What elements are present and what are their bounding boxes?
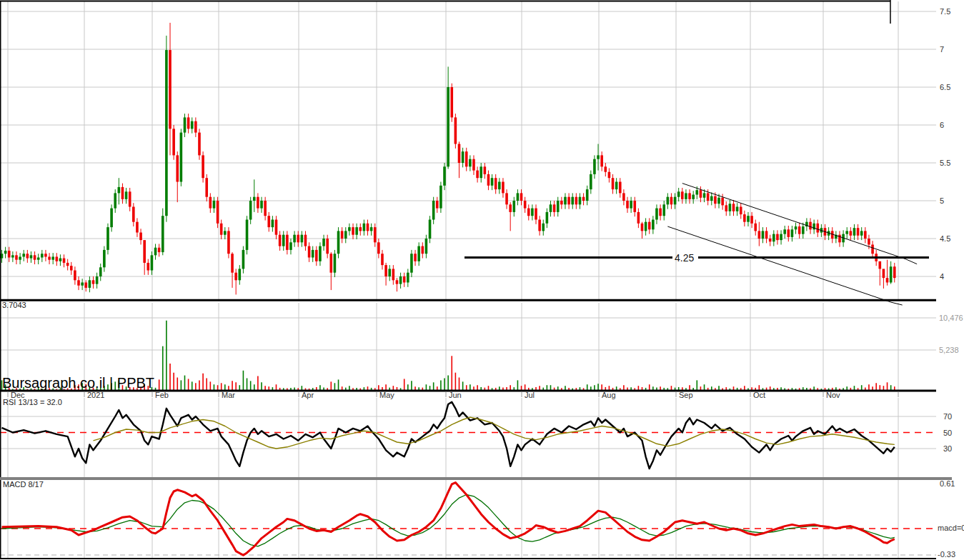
price-tick-label: 6.5 bbox=[940, 83, 950, 91]
rsi-tick-label: 30 bbox=[943, 444, 952, 453]
month-label: Jul bbox=[525, 391, 535, 399]
price-tick-label: 5 bbox=[940, 196, 944, 205]
rsi-line bbox=[2, 402, 895, 469]
month-label: Oct bbox=[753, 391, 765, 399]
price-tick-label: 4.5 bbox=[940, 234, 950, 243]
month-label: Feb bbox=[155, 391, 169, 399]
rsi-tick-label: 50 bbox=[943, 429, 952, 437]
macd-gridlines bbox=[0, 529, 936, 555]
month-label: 2021 bbox=[87, 391, 104, 399]
chart-canvas: 3.70434.257.576.565.554.5410,4765,238705… bbox=[0, 0, 964, 560]
month-gridlines bbox=[8, 1, 898, 558]
macd-line bbox=[2, 483, 895, 556]
rsi-tick-label: 70 bbox=[943, 412, 952, 421]
volume-tick-label: 10,476 bbox=[939, 314, 963, 322]
price-tick-label: 4 bbox=[940, 272, 944, 281]
price-tick-label: 7.5 bbox=[940, 7, 950, 16]
volume-tick-label: 5,238 bbox=[939, 346, 959, 354]
support-line: 3.7043 bbox=[0, 300, 936, 309]
stock-chart-app: 3.70434.257.576.565.554.5410,4765,238705… bbox=[0, 0, 964, 560]
month-label: Aug bbox=[602, 391, 616, 399]
month-label: Jun bbox=[449, 391, 462, 399]
month-label: Sep bbox=[679, 391, 693, 399]
month-axis-labels: Dec2021FebMarAprMayJunJulAugSepOctNov bbox=[11, 391, 840, 399]
price-axis-labels: 7.576.565.554.54 bbox=[940, 7, 950, 281]
rsi-axis-labels: 705030 bbox=[943, 412, 952, 453]
price-tick-label: 5.5 bbox=[940, 159, 950, 167]
month-label: Mar bbox=[222, 391, 235, 399]
support-price-label: 3.7043 bbox=[2, 301, 26, 309]
month-label: Nov bbox=[826, 391, 840, 399]
volume-gridlines bbox=[0, 318, 936, 350]
price-tick-label: 7 bbox=[940, 45, 944, 54]
resistance-line: 4.25 bbox=[464, 252, 929, 264]
volume-axis-labels: 10,4765,238 bbox=[939, 314, 963, 354]
month-label: May bbox=[379, 391, 394, 399]
rsi-gridlines bbox=[0, 416, 936, 449]
watermark-text: Bursagraph.co.il | PPBT bbox=[2, 375, 154, 391]
macd-indicator-label: MACD 8/17 bbox=[3, 480, 44, 489]
month-label: Apr bbox=[302, 391, 314, 399]
price-tick-label: 6 bbox=[940, 121, 944, 129]
resistance-price-label: 4.25 bbox=[675, 252, 694, 264]
macd-zero-label: macd=0 bbox=[938, 524, 964, 532]
macd-axis-labels: 0.61macd=0-0.33 bbox=[938, 479, 964, 559]
rsi-indicator-label: RSI 13/13 = 32.0 bbox=[3, 398, 62, 406]
candlesticks-layer bbox=[1, 23, 896, 295]
macd-max-label: 0.61 bbox=[940, 479, 955, 488]
panel-borders bbox=[0, 0, 952, 559]
macd-min-label: -0.33 bbox=[938, 550, 955, 559]
